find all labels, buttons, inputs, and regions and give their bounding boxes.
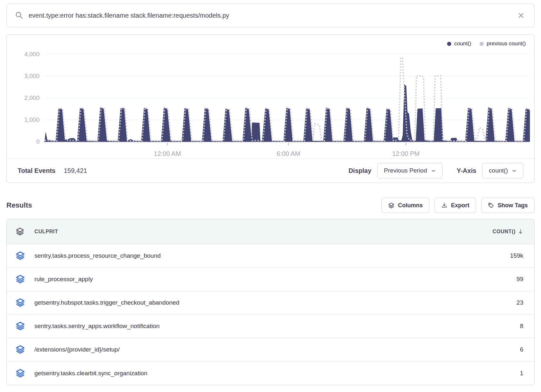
legend-label: count() [454, 40, 471, 47]
count-legend-dot [447, 42, 451, 46]
stack-icon[interactable] [16, 298, 25, 307]
culprit-column-header: CULPRIT [27, 229, 492, 235]
count-column-header[interactable]: COUNT() [492, 229, 534, 235]
stack-icon[interactable] [16, 322, 25, 331]
results-actions: Columns Export Show Tags [381, 198, 535, 213]
columns-button-label: Columns [398, 202, 423, 209]
chevron-down-icon [512, 168, 517, 173]
search-input[interactable] [29, 12, 516, 19]
table-header: CULPRIT COUNT() [7, 219, 534, 244]
count-cell: 99 [517, 276, 534, 283]
count-cell: 23 [517, 299, 534, 306]
download-icon [441, 202, 447, 209]
svg-text:4,000: 4,000 [24, 51, 40, 58]
results-title: Results [6, 201, 32, 209]
legend-item-count[interactable]: count() [447, 40, 471, 47]
chart-legend: count() previous count() [447, 40, 526, 47]
count-cell: 159k [510, 252, 534, 259]
sort-desc-icon [518, 229, 523, 234]
search-icon [15, 11, 23, 20]
table-row[interactable]: getsentry.hubspot.tasks.trigger_checkout… [7, 291, 534, 315]
chevron-down-icon [431, 168, 436, 173]
events-chart-panel: count() previous count() 01,0002,0003,00… [6, 34, 535, 183]
culprit-cell: sentry.tasks.sentry_apps.workflow_notifi… [27, 323, 520, 330]
yaxis-control: Y-Axis count() [457, 163, 523, 178]
export-button-label: Export [451, 202, 469, 209]
table-row[interactable]: sentry.tasks.process_resource_change_bou… [7, 244, 534, 268]
yaxis-label: Y-Axis [457, 167, 476, 174]
table-row[interactable]: /extensions/{provider_id}/setup/ 6 [7, 338, 534, 361]
show-tags-button[interactable]: Show Tags [481, 198, 535, 213]
svg-text:1,000: 1,000 [24, 116, 40, 123]
search-bar [6, 4, 535, 27]
yaxis-dropdown[interactable]: count() [482, 163, 523, 178]
table-row[interactable]: rule_processor_apply 99 [7, 268, 534, 291]
clear-search-icon[interactable] [516, 11, 526, 20]
culprit-cell: sentry.tasks.process_resource_change_bou… [27, 252, 510, 259]
stack-icon[interactable] [16, 227, 24, 236]
table-row[interactable]: sentry.tasks.sentry_apps.workflow_notifi… [7, 315, 534, 338]
export-button[interactable]: Export [435, 198, 476, 213]
svg-text:12:00 PM: 12:00 PM [392, 150, 420, 157]
stack-icon[interactable] [16, 251, 25, 260]
culprit-cell: /extensions/{provider_id}/setup/ [27, 346, 520, 353]
legend-item-previous-count[interactable]: previous count() [480, 40, 526, 47]
stack-icon[interactable] [16, 275, 25, 284]
previous-count-legend-dot [480, 42, 484, 46]
culprit-cell: rule_processor_apply [27, 276, 517, 283]
total-events-label: Total Events [18, 167, 55, 174]
display-dropdown-value: Previous Period [384, 167, 427, 174]
culprit-cell: getsentry.hubspot.tasks.trigger_checkout… [27, 299, 517, 306]
columns-button[interactable]: Columns [381, 198, 429, 213]
count-cell: 6 [520, 346, 534, 353]
tag-icon [488, 202, 494, 209]
discover-page: count() previous count() 01,0002,0003,00… [0, 4, 541, 385]
results-table: CULPRIT COUNT() sentry.tasks.process_res… [6, 219, 535, 385]
display-label: Display [348, 167, 371, 174]
display-dropdown[interactable]: Previous Period [377, 163, 443, 178]
chart-footer: Total Events 159,421 Display Previous Pe… [7, 158, 534, 183]
table-row[interactable]: getsentry.tasks.clearbit.sync_organizati… [7, 361, 534, 385]
results-header-row: Results Columns Export Show Tags [6, 198, 535, 213]
svg-text:3,000: 3,000 [24, 73, 40, 79]
legend-label: previous count() [487, 40, 526, 47]
show-tags-button-label: Show Tags [498, 202, 528, 209]
columns-stack-icon [388, 202, 394, 209]
stack-icon[interactable] [16, 345, 25, 354]
svg-text:2,000: 2,000 [24, 94, 40, 101]
svg-text:12:00 AM: 12:00 AM [154, 150, 181, 157]
table-body: sentry.tasks.process_resource_change_bou… [7, 244, 534, 385]
stack-icon[interactable] [16, 369, 25, 378]
total-events-value: 159,421 [64, 167, 87, 174]
events-chart: 01,0002,0003,0004,00012:00 AM6:00 AM12:0… [7, 45, 534, 158]
svg-text:6:00 AM: 6:00 AM [277, 150, 300, 157]
svg-text:0: 0 [36, 138, 40, 145]
culprit-cell: getsentry.tasks.clearbit.sync_organizati… [27, 370, 520, 377]
count-cell: 1 [520, 370, 534, 377]
yaxis-dropdown-value: count() [489, 167, 508, 174]
count-cell: 8 [520, 323, 534, 330]
display-control: Display Previous Period [348, 163, 442, 178]
